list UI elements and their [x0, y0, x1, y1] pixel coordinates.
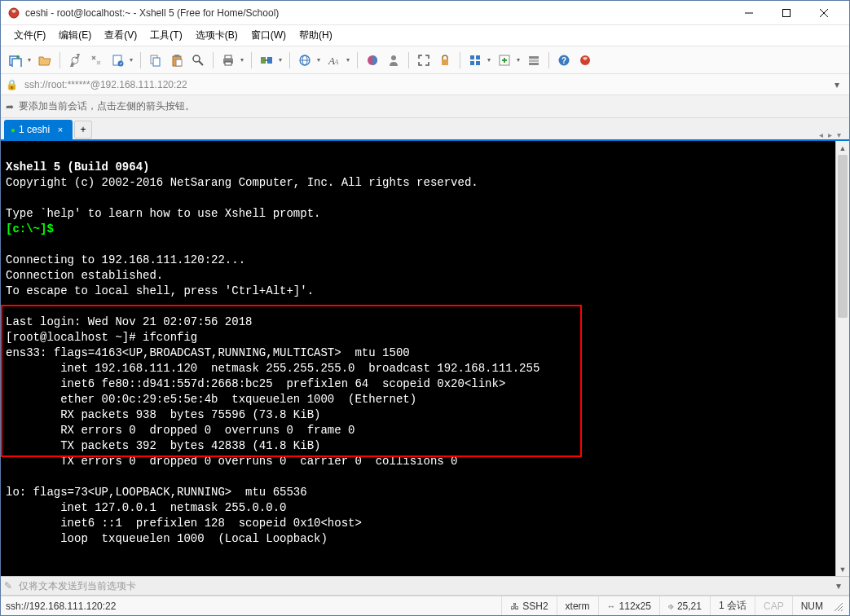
svg-point-9 — [118, 60, 124, 66]
svg-text:A: A — [333, 58, 339, 66]
terminal-line: Connecting to 192.168.111.120:22... — [6, 253, 245, 266]
terminal-line: To escape to local shell, press 'Ctrl+Al… — [6, 284, 314, 297]
svg-rect-32 — [470, 61, 474, 65]
title-bar: ceshi - root@localhost:~ - Xshell 5 (Fre… — [1, 1, 849, 25]
toolbar: ▾ ▾ ▾ ▾ ▾ AA ▾ ▾ ▾ ? — [1, 46, 849, 74]
tab-next-icon[interactable]: ▸ — [828, 130, 832, 139]
terminal-line: ens33: flags=4163<UP,BROADCAST,RUNNING,M… — [6, 346, 410, 359]
svg-rect-2 — [783, 9, 791, 16]
terminal-line: loop txqueuelen 1000 (Local Loopback) — [6, 532, 328, 545]
close-button[interactable] — [805, 1, 843, 25]
svg-rect-13 — [174, 55, 179, 57]
status-cap: CAP — [755, 596, 792, 615]
tab-nav-arrows: ◂ ▸ ▾ — [819, 130, 846, 139]
transfer-icon[interactable] — [257, 51, 276, 70]
user-key-icon[interactable] — [384, 51, 403, 70]
terminal-line: Last login: Wed Nov 21 02:07:56 2018 — [6, 315, 252, 328]
scroll-down-icon[interactable]: ▼ — [836, 562, 849, 576]
address-bar: 🔒 ssh://root:******@192.168.111.120:22 ▾ — [1, 74, 849, 95]
lock-icon[interactable] — [435, 51, 455, 70]
new-session-dropdown-icon[interactable]: ▾ — [25, 51, 33, 70]
disconnect-icon[interactable] — [86, 51, 106, 70]
terminal-line: TX errors 0 dropped 0 overruns 0 carrier… — [6, 455, 458, 468]
terminal-line: RX packets 938 bytes 75596 (73.8 KiB) — [6, 408, 320, 421]
cursor-icon: ⎆ — [668, 601, 674, 611]
terminal-line: Xshell 5 (Build 0964) — [6, 161, 149, 174]
tab-status-dot-icon: ● — [11, 125, 15, 134]
xshell-logo-icon[interactable] — [575, 51, 595, 70]
open-session-icon[interactable] — [35, 51, 55, 70]
help-icon[interactable]: ? — [554, 51, 574, 70]
menu-help[interactable]: 帮助(H) — [293, 26, 339, 45]
terminal-line: inet6 fe80::d941:557d:2668:bc25 prefixle… — [6, 377, 505, 390]
terminal-line: [root@localhost ~]# ifconfig — [6, 331, 197, 344]
resize-grip-icon[interactable] — [831, 601, 844, 611]
window-title: ceshi - root@localhost:~ - Xshell 5 (Fre… — [25, 7, 730, 19]
script-icon[interactable] — [495, 51, 514, 70]
svg-rect-6 — [12, 59, 21, 67]
svg-rect-29 — [442, 59, 448, 65]
font-icon[interactable]: AA — [324, 51, 344, 70]
print-icon[interactable] — [218, 51, 238, 70]
address-dropdown-icon[interactable]: ▾ — [830, 79, 844, 90]
terminal-line: ether 00:0c:29:e5:5e:4b txqueuelen 1000 … — [6, 393, 416, 406]
compose-bar-icon[interactable] — [524, 51, 544, 70]
tab-close-icon[interactable]: × — [55, 124, 66, 135]
menu-tabs[interactable]: 选项卡(B) — [189, 26, 244, 45]
hint-arrow-icon[interactable]: ➦ — [6, 101, 14, 112]
compose-bar: ✎ 仅将文本发送到当前选项卡 ▾ — [1, 576, 849, 596]
status-bar: ssh://192.168.111.120:22 🖧SSH2 xterm ↔11… — [1, 596, 849, 615]
svg-text:?: ? — [562, 56, 566, 65]
tab-list-icon[interactable]: ▾ — [837, 130, 841, 139]
script-dropdown-icon[interactable]: ▾ — [514, 51, 522, 70]
vertical-scrollbar[interactable]: ▲ ▼ — [835, 141, 849, 576]
properties-dropdown-icon[interactable]: ▾ — [127, 51, 135, 70]
globe-icon[interactable] — [295, 51, 315, 70]
address-text[interactable]: ssh://root:******@192.168.111.120:22 — [21, 77, 830, 92]
reconnect-icon[interactable] — [65, 51, 85, 70]
scroll-thumb[interactable] — [838, 155, 848, 318]
new-session-icon[interactable] — [6, 51, 25, 70]
terminal-line: inet 127.0.0.1 netmask 255.0.0.0 — [6, 501, 286, 514]
tile-dropdown-icon[interactable]: ▾ — [485, 51, 493, 70]
menu-view[interactable]: 查看(V) — [98, 26, 143, 45]
svg-point-15 — [193, 55, 200, 62]
print-dropdown-icon[interactable]: ▾ — [238, 51, 246, 70]
compose-input[interactable]: 仅将文本发送到当前选项卡 — [19, 579, 831, 593]
hint-text: 要添加当前会话，点击左侧的箭头按钮。 — [19, 99, 195, 113]
find-icon[interactable] — [188, 51, 208, 70]
terminal-line: inet 192.168.111.120 netmask 255.255.255… — [6, 362, 540, 375]
terminal-container: Xshell 5 (Build 0964) Copyright (c) 2002… — [1, 139, 849, 576]
font-dropdown-icon[interactable]: ▾ — [344, 51, 352, 70]
menu-file[interactable]: 文件(F) — [7, 26, 52, 45]
terminal-line: lo: flags=73<UP,LOOPBACK,RUNNING> mtu 65… — [6, 486, 307, 499]
svg-rect-17 — [225, 55, 231, 59]
menu-window[interactable]: 窗口(W) — [244, 26, 293, 45]
status-cursor-pos: ⎆25,21 — [659, 596, 710, 615]
menu-edit[interactable]: 编辑(E) — [52, 26, 98, 45]
svg-point-7 — [72, 57, 78, 64]
transfer-dropdown-icon[interactable]: ▾ — [276, 51, 284, 70]
add-tab-button[interactable]: + — [74, 121, 92, 139]
fullscreen-icon[interactable] — [414, 51, 434, 70]
scroll-up-icon[interactable]: ▲ — [836, 141, 849, 155]
status-num: NUM — [792, 596, 831, 615]
globe-dropdown-icon[interactable]: ▾ — [315, 51, 323, 70]
color-scheme-icon[interactable] — [363, 51, 382, 70]
copy-icon[interactable] — [146, 51, 165, 70]
maximize-button[interactable] — [768, 1, 805, 25]
tab-prev-icon[interactable]: ◂ — [819, 130, 823, 139]
paste-icon[interactable] — [167, 51, 187, 70]
minimize-button[interactable] — [730, 1, 768, 25]
svg-line-16 — [199, 61, 203, 65]
scroll-track[interactable] — [836, 155, 849, 562]
ssh-icon: 🖧 — [510, 601, 519, 611]
menu-tools[interactable]: 工具(T) — [143, 26, 188, 45]
session-tab[interactable]: ● 1 ceshi × — [4, 120, 73, 139]
tile-icon[interactable] — [465, 51, 485, 70]
terminal[interactable]: Xshell 5 (Build 0964) Copyright (c) 2002… — [1, 141, 835, 576]
status-size: ↔112x25 — [598, 596, 659, 615]
terminal-line: RX errors 0 dropped 0 overruns 0 frame 0 — [6, 424, 355, 437]
compose-dropdown-icon[interactable]: ▾ — [831, 580, 846, 592]
properties-icon[interactable] — [108, 51, 127, 70]
